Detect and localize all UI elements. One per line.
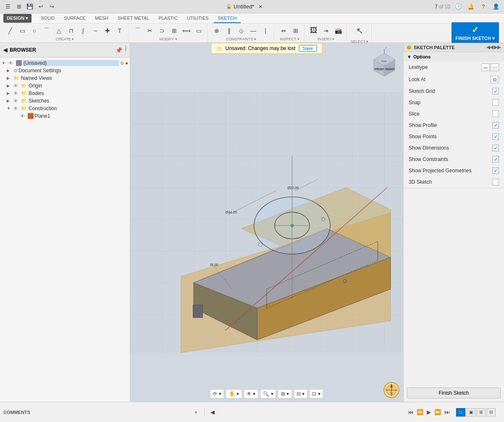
tree-vis-bodies[interactable]: 👁 [13, 91, 20, 96]
step-forward-button[interactable]: ⏩ [433, 408, 442, 416]
view-options[interactable]: ⊡ ▾ [309, 389, 323, 398]
dim-tool[interactable]: ◇ [235, 25, 247, 36]
display-mode-tool[interactable]: ⊞ ▾ [278, 389, 292, 398]
notification-icon[interactable]: 🔔 [466, 2, 475, 11]
step-first-button[interactable]: ⏮ [407, 408, 415, 416]
tree-item-unsaved[interactable]: ▼ 👁 (Unsaved) ⚙ ● [0, 59, 130, 67]
tab-plastic[interactable]: PLASTIC [154, 14, 182, 23]
point-tool[interactable]: ✚ [102, 25, 113, 36]
offset-tool[interactable]: ▭ [193, 25, 205, 36]
tab-mesh[interactable]: MESH [91, 14, 113, 23]
linetype-solid-icon[interactable]: — [481, 63, 490, 71]
look-tool[interactable]: 👁 ▾ [244, 389, 258, 398]
pan-tool[interactable]: ✋ ▾ [226, 389, 242, 398]
snap-checkbox[interactable] [492, 99, 499, 106]
tab-surface[interactable]: SURFACE [60, 14, 90, 23]
look-at-icon[interactable]: ⊡ [491, 76, 499, 83]
view-mode-2[interactable]: ▣ [466, 408, 475, 417]
view-mode-3[interactable]: ⊞ [476, 408, 486, 417]
tree-item-origin[interactable]: ▶ 👁 📁 Origin [0, 82, 130, 90]
slot-tool[interactable]: ⊓ [65, 25, 77, 36]
finish-sketch-palette-button[interactable]: Finish Sketch [407, 388, 501, 398]
redo-icon[interactable]: ↪ [47, 2, 56, 11]
save-button[interactable]: Save [299, 45, 317, 52]
design-button[interactable]: DESIGN ▾ [3, 14, 32, 23]
view-mode-4[interactable]: ⊟ [486, 408, 496, 417]
insert-image-tool[interactable]: 🖼 [308, 25, 320, 36]
user-icon[interactable]: 👤 [491, 2, 501, 11]
3d-sketch-checkbox[interactable] [492, 179, 499, 185]
horiz-tool[interactable]: — [247, 25, 259, 36]
view-cube[interactable]: FRONT RIGHT TOP Z [370, 47, 399, 76]
show-points-checkbox[interactable]: ✓ [492, 133, 499, 140]
rect-tool[interactable]: ▭ [16, 25, 28, 36]
tree-item-construction[interactable]: ▼ 👁 📁 Construction [0, 105, 130, 112]
tree-gear-doc[interactable]: ⚙ [13, 68, 18, 74]
tab-solid[interactable]: SOLID [37, 14, 59, 23]
tree-vis-sketches[interactable]: 👁 [13, 98, 20, 103]
menu-icon[interactable]: ☰ [3, 2, 13, 11]
tree-vis-origin[interactable]: 👁 [13, 83, 20, 88]
circle-tool[interactable]: ○ [29, 25, 40, 36]
tree-record-icon[interactable]: ● [125, 61, 128, 66]
view-mode-1[interactable]: □ [456, 408, 465, 417]
compass[interactable] [383, 382, 400, 398]
grid-icon[interactable]: ⊞ [14, 2, 24, 11]
tree-item-bodies[interactable]: ▶ 👁 📁 Bodies [0, 90, 130, 97]
comments-collapse-icon[interactable]: ◀ [208, 408, 217, 417]
comments-expand-icon[interactable]: + [192, 408, 201, 417]
clock-icon[interactable]: 🕐 [454, 2, 463, 11]
tab-sheet-metal[interactable]: SHEET METAL [113, 14, 153, 23]
linetype-dashed-icon[interactable]: - - [491, 63, 499, 71]
grid-toggle[interactable]: ⊟ ▾ [294, 389, 307, 398]
tree-item-doc-settings[interactable]: ▶ ⚙ Document Settings [0, 67, 130, 74]
zoom-tool[interactable]: 🔍 ▾ [260, 389, 276, 398]
undo-icon[interactable]: ↩ [36, 2, 45, 11]
help-icon[interactable]: ? [479, 2, 488, 11]
viewport[interactable]: Ø44.00 Ø20.00 38.00 [130, 43, 403, 402]
sidebar-pin-icon[interactable]: 📌 [114, 45, 123, 55]
tree-gear-unsaved[interactable]: ⚙ [120, 61, 124, 66]
tree-vis-unsaved[interactable]: 👁 [8, 61, 15, 66]
tree-item-sketches[interactable]: ▶ 👁 📁 Sketches [0, 97, 130, 105]
tree-item-named-views[interactable]: ▶ 📁 Named Views [0, 74, 130, 82]
show-profile-checkbox[interactable]: ✓ [492, 122, 499, 129]
show-projected-checkbox[interactable]: ✓ [492, 167, 499, 174]
play-button[interactable]: ▶ [425, 408, 432, 416]
tree-vis-construction[interactable]: 👁 [13, 106, 20, 111]
palette-prev-icon[interactable]: ◀◀ [486, 45, 493, 50]
palette-next-icon[interactable]: ▶▶ [494, 45, 501, 50]
break-tool[interactable]: ⊞ [168, 25, 180, 36]
fillet-tool[interactable]: ⌒ [132, 25, 144, 36]
sketch-grid-checkbox[interactable]: ✓ [492, 88, 499, 95]
collinear-tool[interactable]: ∥ [223, 25, 235, 36]
conic-tool[interactable]: ⌣ [89, 25, 101, 36]
save-icon[interactable]: 💾 [25, 2, 34, 11]
coincident-tool[interactable]: ⊕ [211, 25, 223, 36]
show-constraints-checkbox[interactable]: ✓ [492, 156, 499, 163]
step-last-button[interactable]: ⏭ [443, 408, 451, 416]
line-tool[interactable]: ╱ [4, 25, 16, 36]
measure-tool[interactable]: ⇔ [278, 25, 289, 36]
extend-tool[interactable]: ⊃ [156, 25, 168, 36]
trim-tool[interactable]: ✂ [144, 25, 156, 36]
insert-dxf-tool[interactable]: ⇥ [320, 25, 332, 36]
step-back-button[interactable]: ⏪ [415, 408, 425, 416]
tree-vis-plane1[interactable]: 👁 [20, 113, 27, 119]
spline-tool[interactable]: ∫ [77, 25, 89, 36]
finish-sketch-button[interactable]: ✓ FINISH SKETCH ▾ [452, 22, 499, 44]
tab-utilities[interactable]: UTILITIES [183, 14, 213, 23]
insert-proj-tool[interactable]: 📸 [332, 25, 344, 36]
polygon-tool[interactable]: △ [53, 25, 65, 36]
orbit-tool[interactable]: ⟳ ▾ [210, 389, 224, 398]
tree-item-plane1[interactable]: 👁 Plane1 [0, 112, 130, 120]
close-icon[interactable]: ✕ [256, 2, 265, 11]
show-dimensions-checkbox[interactable]: ✓ [492, 145, 499, 151]
vert-tool[interactable]: | [260, 25, 271, 36]
text-tool[interactable]: T [114, 25, 126, 36]
tab-sketch[interactable]: SKETCH [214, 14, 241, 23]
arc-tool[interactable]: ⌒ [41, 25, 52, 36]
inspect-tool[interactable]: ⊞ [290, 25, 302, 36]
select-tool[interactable]: ↖ [350, 23, 369, 39]
sidebar-collapse-icon[interactable]: ◀ [3, 47, 7, 53]
